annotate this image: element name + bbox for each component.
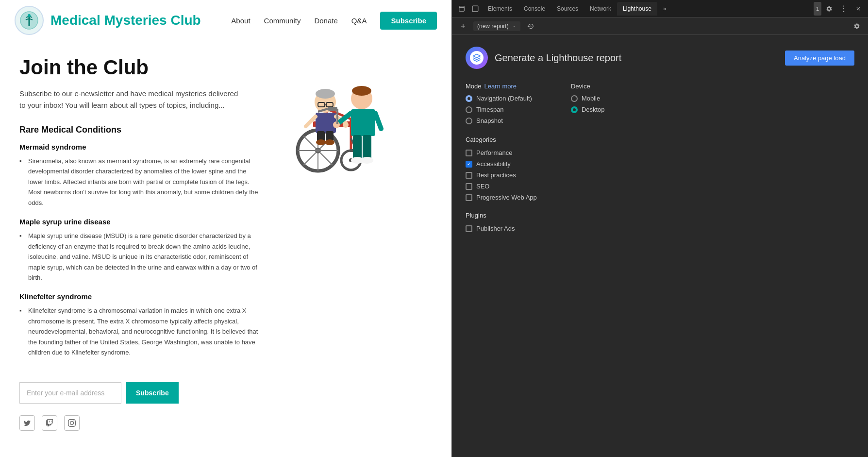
category-best-practices-checkbox[interactable] [466, 172, 472, 179]
category-seo-checkbox[interactable] [466, 183, 472, 190]
content-flex: Join the Club Subscribe to our e-newslet… [19, 56, 398, 368]
devtools-tab-bar: Elements Console Sources Network Lightho… [452, 0, 868, 17]
devtools-right-icons: 1 [814, 2, 865, 16]
lighthouse-logo [466, 47, 488, 69]
tab-counter-badge: 1 [814, 2, 821, 16]
email-subscribe-button[interactable]: Subscribe [126, 382, 179, 404]
mode-navigation[interactable]: Navigation (Default) [466, 95, 532, 102]
report-dropdown[interactable]: (new report) [473, 21, 520, 31]
svg-point-40 [361, 157, 373, 164]
svg-rect-37 [353, 135, 362, 159]
condition-3-title: Klinefelter syndrome [19, 292, 262, 301]
report-dropdown-label: (new report) [477, 23, 509, 30]
svg-point-2 [28, 14, 31, 17]
more-options-icon[interactable] [837, 2, 851, 16]
mode-device-row: Mode Learn more Navigation (Default) Tim… [466, 83, 854, 124]
svg-rect-23 [316, 113, 336, 133]
svg-point-49 [843, 11, 844, 12]
device-desktop-label: Desktop [582, 106, 605, 113]
mode-timespan-radio[interactable] [466, 106, 472, 113]
category-pwa[interactable]: Progressive Web App [466, 194, 854, 201]
learn-more-link[interactable]: Learn more [484, 83, 517, 90]
mode-timespan[interactable]: Timespan [466, 106, 532, 113]
svg-rect-44 [459, 6, 465, 11]
mode-snapshot-radio[interactable] [466, 118, 472, 124]
device-desktop-radio[interactable] [571, 106, 578, 113]
tab-console[interactable]: Console [518, 2, 551, 16]
devtools-inspect-icon[interactable] [468, 2, 482, 16]
svg-point-19 [316, 89, 335, 99]
svg-line-36 [375, 113, 381, 129]
wheelchair-illustration [279, 61, 391, 177]
condition-2-description: Maple syrup urine disease (MSUD) is a ra… [19, 231, 262, 283]
site-header: Medical Mysteries Club About Community D… [0, 0, 451, 41]
category-performance[interactable]: Performance [466, 149, 854, 156]
condition-1-description: Sirenomelia, also known as mermaid syndr… [19, 156, 262, 208]
rare-conditions-title: Rare Medical Conditions [19, 125, 262, 135]
svg-point-32 [352, 86, 371, 96]
category-seo[interactable]: SEO [466, 183, 854, 190]
category-pwa-checkbox[interactable] [466, 194, 472, 201]
category-best-practices[interactable]: Best practices [466, 171, 854, 179]
tab-sources[interactable]: Sources [551, 2, 584, 16]
category-pwa-label: Progressive Web App [476, 194, 537, 201]
mode-timespan-label: Timespan [476, 106, 504, 113]
history-icon[interactable] [524, 20, 537, 33]
devtools-dock-icon[interactable] [455, 2, 468, 16]
mode-snapshot[interactable]: Snapshot [466, 117, 532, 124]
site-logo [15, 6, 44, 35]
nav-qa[interactable]: Q&A [351, 17, 367, 25]
category-best-practices-label: Best practices [476, 171, 516, 179]
nav-community[interactable]: Community [264, 17, 301, 25]
device-mobile-label: Mobile [582, 95, 600, 102]
tab-more[interactable]: » [657, 2, 672, 16]
tab-elements[interactable]: Elements [482, 2, 518, 16]
lh-header: Generate a Lighthouse report Analyze pag… [466, 47, 854, 69]
website-panel: Medical Mysteries Club About Community D… [0, 0, 451, 457]
lighthouse-content: Generate a Lighthouse report Analyze pag… [452, 35, 868, 457]
nav-about[interactable]: About [231, 17, 250, 25]
svg-point-29 [316, 139, 326, 145]
analyze-page-load-button[interactable]: Analyze page load [785, 51, 854, 66]
category-accessibility[interactable]: ✓ Accessibility [466, 160, 854, 168]
mode-navigation-radio[interactable] [466, 95, 472, 102]
twitter-icon[interactable] [19, 415, 35, 431]
categories-section: Categories Performance ✓ Accessibility B… [466, 136, 854, 201]
device-mobile-radio[interactable] [571, 95, 578, 102]
social-icons [19, 415, 398, 431]
plugins-checkbox-group: Publisher Ads [466, 225, 854, 232]
nav-donate[interactable]: Donate [314, 17, 337, 25]
category-performance-checkbox[interactable] [466, 150, 472, 156]
header-subscribe-button[interactable]: Subscribe [380, 12, 437, 30]
tab-lighthouse[interactable]: Lighthouse [617, 2, 657, 16]
site-title: Medical Mysteries Club [50, 13, 201, 28]
svg-rect-38 [363, 135, 371, 159]
plugin-publisher-ads-checkbox[interactable] [466, 225, 472, 232]
svg-rect-41 [328, 107, 337, 111]
mode-navigation-label: Navigation (Default) [476, 95, 532, 102]
close-devtools-icon[interactable] [851, 2, 865, 16]
new-report-icon[interactable] [457, 20, 469, 33]
settings-icon[interactable] [822, 2, 836, 16]
svg-rect-33 [351, 109, 375, 136]
text-column: Join the Club Subscribe to our e-newslet… [19, 56, 262, 368]
devtools-settings-icon[interactable] [851, 20, 863, 33]
tab-network[interactable]: Network [584, 2, 617, 16]
logo-area: Medical Mysteries Club [15, 6, 201, 35]
category-accessibility-checkbox[interactable]: ✓ [466, 161, 472, 168]
mode-header: Mode Learn more [466, 83, 532, 90]
page-title: Join the Club [19, 56, 262, 79]
svg-rect-46 [472, 6, 478, 12]
twitch-icon[interactable] [42, 415, 57, 431]
email-input[interactable] [19, 382, 121, 404]
plugin-publisher-ads-label: Publisher Ads [476, 225, 515, 232]
device-mobile[interactable]: Mobile [571, 95, 605, 102]
lh-title: Generate a Lighthouse report [495, 52, 621, 64]
condition-3-description: Klinefelter syndrome is a chromosomal va… [19, 305, 262, 357]
plugin-publisher-ads[interactable]: Publisher Ads [466, 225, 854, 232]
categories-label: Categories [466, 136, 854, 143]
devtools-panel: Elements Console Sources Network Lightho… [451, 0, 868, 457]
device-radio-group: Mobile Desktop [571, 95, 605, 113]
device-desktop[interactable]: Desktop [571, 106, 605, 113]
instagram-icon[interactable] [64, 415, 80, 431]
